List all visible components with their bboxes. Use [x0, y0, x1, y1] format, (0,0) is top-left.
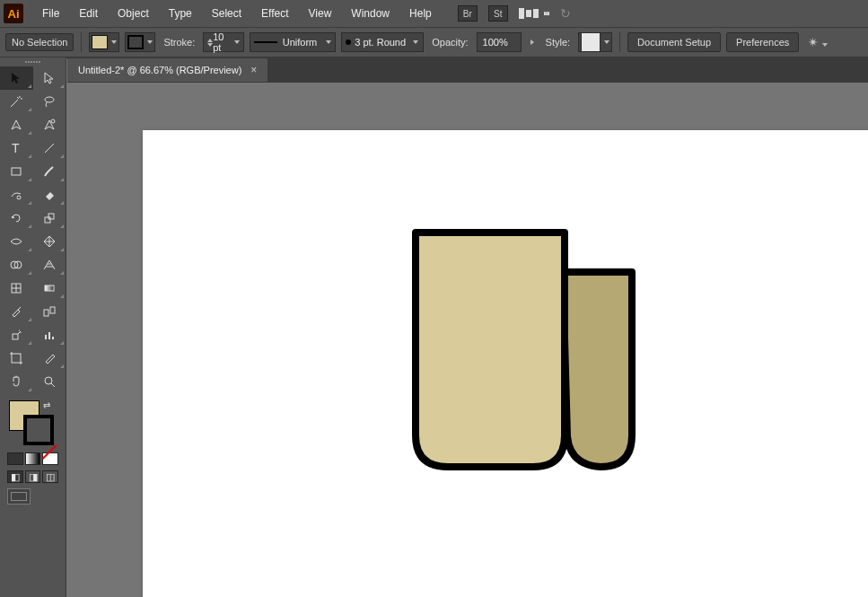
lasso-tool[interactable]: [33, 90, 66, 113]
brush-definition-button[interactable]: 3 pt. Round: [341, 32, 424, 52]
magic-wand-tool[interactable]: [0, 90, 33, 113]
hand-tool[interactable]: [0, 370, 33, 393]
artwork-paper-icon[interactable]: [412, 229, 636, 478]
style-label: Style:: [543, 37, 574, 48]
svg-rect-14: [13, 334, 18, 339]
menu-effect[interactable]: Effect: [251, 2, 298, 25]
opacity-value: 100%: [483, 37, 508, 48]
document-tab[interactable]: Untitled-2* @ 66.67% (RGB/Preview) ×: [67, 58, 267, 82]
selection-tool[interactable]: [0, 66, 33, 90]
document-setup-button[interactable]: Document Setup: [627, 32, 721, 52]
eraser-tool[interactable]: [33, 183, 66, 206]
chevron-down-icon: [822, 43, 828, 47]
draw-behind-button[interactable]: ◨: [25, 470, 41, 483]
svg-rect-13: [50, 307, 55, 313]
perspective-grid-tool[interactable]: [33, 253, 66, 277]
chevron-right-icon[interactable]: [530, 40, 534, 45]
color-mode-none[interactable]: [42, 452, 58, 465]
chevron-down-icon: [234, 40, 240, 44]
svg-rect-11: [45, 285, 54, 291]
divider: [81, 32, 82, 52]
blend-tool[interactable]: [33, 300, 66, 323]
bridge-launch-button[interactable]: Br: [458, 5, 478, 22]
direct-selection-tool[interactable]: [33, 66, 66, 90]
shaper-tool[interactable]: [0, 183, 33, 206]
pen-tool[interactable]: [0, 113, 33, 136]
rectangle-tool[interactable]: [0, 160, 33, 183]
align-pixel-grid-icon[interactable]: ✴: [808, 35, 828, 49]
menu-window[interactable]: Window: [341, 2, 399, 25]
free-transform-tool[interactable]: [33, 230, 66, 253]
slice-tool[interactable]: [33, 347, 66, 370]
fill-stroke-controls[interactable]: ⇄: [0, 399, 66, 451]
gpu-performance-icon[interactable]: ↻: [560, 6, 571, 21]
shape-builder-tool[interactable]: [0, 253, 33, 277]
stroke-color-box[interactable]: [23, 415, 54, 445]
close-tab-button[interactable]: ×: [250, 64, 257, 76]
svg-rect-12: [44, 310, 48, 316]
menu-edit[interactable]: Edit: [69, 2, 108, 25]
rotate-tool[interactable]: [0, 206, 33, 230]
symbol-sprayer-tool[interactable]: [0, 323, 33, 347]
line-segment-tool[interactable]: [33, 136, 66, 160]
app-logo: Ai: [4, 4, 23, 23]
svg-rect-4: [12, 168, 21, 175]
stroke-label: Stroke:: [161, 37, 197, 48]
zoom-tool[interactable]: [33, 370, 66, 393]
variable-width-profile-button[interactable]: Uniform: [250, 32, 336, 52]
graphic-style-button[interactable]: [578, 32, 612, 52]
document-tabs-bar: Untitled-2* @ 66.67% (RGB/Preview) ×: [67, 57, 868, 83]
stroke-preview-line: [254, 41, 276, 43]
chevron-down-icon: [544, 12, 549, 15]
mesh-tool[interactable]: [0, 277, 33, 300]
screen-mode-icon: [7, 488, 31, 505]
column-graph-tool[interactable]: [33, 323, 66, 347]
chevron-down-icon: [326, 40, 331, 44]
curvature-tool[interactable]: [33, 113, 66, 136]
fill-color-button[interactable]: [89, 32, 119, 52]
preferences-button[interactable]: Preferences: [726, 32, 799, 52]
svg-rect-17: [52, 337, 54, 339]
svg-line-20: [51, 383, 55, 387]
chevron-down-icon: [413, 40, 418, 44]
scale-tool[interactable]: [33, 206, 66, 230]
menu-object[interactable]: Object: [108, 2, 159, 25]
chevron-down-icon: [604, 40, 609, 44]
svg-rect-18: [12, 354, 21, 363]
svg-point-5: [17, 196, 21, 199]
menu-view[interactable]: View: [299, 2, 342, 25]
color-mode-gradient[interactable]: [25, 452, 41, 465]
divider: [619, 32, 620, 52]
draw-normal-button[interactable]: ◧: [7, 470, 23, 483]
paintbrush-tool[interactable]: [33, 160, 66, 183]
selection-status: No Selection: [5, 33, 74, 51]
eyedropper-tool[interactable]: [0, 300, 33, 323]
stroke-weight-value: 10 pt: [213, 31, 231, 53]
opacity-label: Opacity:: [429, 37, 470, 48]
type-tool[interactable]: T: [0, 136, 33, 160]
width-tool[interactable]: [0, 230, 33, 253]
drawing-mode-row: ◧ ◨ ◫: [0, 467, 66, 485]
swap-fill-stroke-icon[interactable]: ⇄: [43, 400, 50, 410]
menu-bar: Ai File Edit Object Type Select Effect V…: [0, 0, 868, 27]
menu-type[interactable]: Type: [159, 2, 202, 25]
opacity-field[interactable]: 100%: [477, 32, 522, 52]
artboard[interactable]: [143, 130, 868, 597]
stroke-color-button[interactable]: [125, 32, 155, 52]
tools-panel: T ⇄: [0, 57, 66, 597]
panel-grip[interactable]: [0, 57, 66, 65]
stock-launch-button[interactable]: St: [488, 5, 508, 22]
menu-help[interactable]: Help: [399, 2, 442, 25]
gradient-tool[interactable]: [33, 277, 66, 300]
svg-rect-6: [45, 217, 50, 223]
menu-select[interactable]: Select: [202, 2, 251, 25]
menu-file[interactable]: File: [32, 2, 69, 25]
canvas-area[interactable]: [66, 57, 868, 597]
stroke-weight-field[interactable]: 10 pt: [203, 32, 244, 52]
screen-mode-button[interactable]: [0, 485, 66, 508]
arrange-documents-button[interactable]: [519, 8, 549, 19]
chevron-down-icon: [111, 40, 117, 44]
color-mode-solid[interactable]: [7, 452, 23, 465]
draw-inside-button[interactable]: ◫: [42, 470, 58, 483]
artboard-tool[interactable]: [0, 347, 33, 370]
